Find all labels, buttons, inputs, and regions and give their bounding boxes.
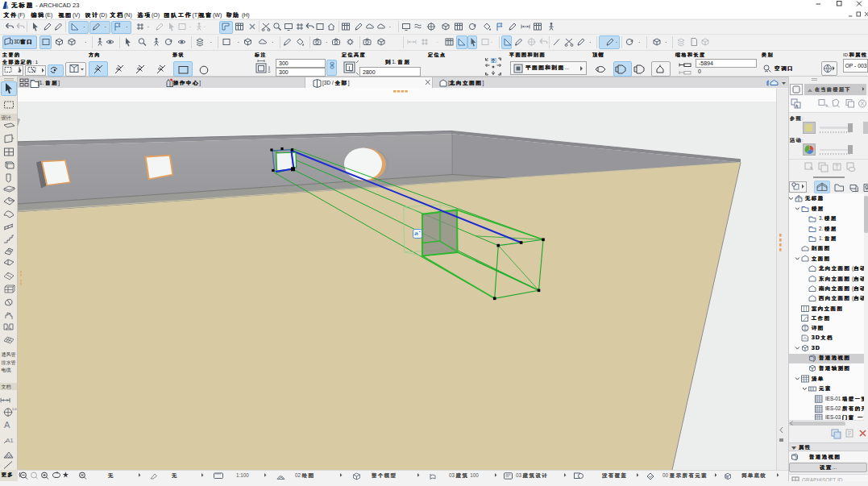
svg-text:A: A — [4, 420, 10, 430]
svg-text:A1: A1 — [6, 437, 14, 444]
svg-text:1.0: 1.0 — [12, 407, 17, 411]
